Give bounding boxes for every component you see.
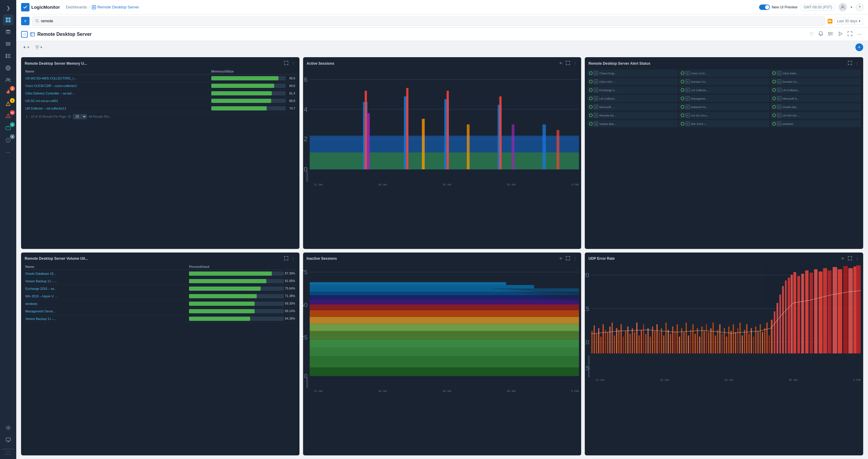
svg-rect-104 — [616, 328, 617, 354]
config-icon[interactable] — [827, 30, 834, 38]
search-input[interactable] — [41, 19, 822, 23]
table-row-link[interactable]: Veeam Backup 11 – ... — [25, 279, 57, 283]
expand-button[interactable]: ◁ — [21, 31, 28, 38]
play-icon[interactable] — [837, 30, 844, 38]
sidebar-layers[interactable] — [3, 27, 13, 37]
alert-item[interactable]: ⊞ LM Collecto... — [587, 95, 678, 102]
svg-point-34 — [829, 34, 830, 35]
alert-item-icon: ⊞ — [777, 80, 781, 84]
volume-expand-btn[interactable] — [283, 255, 289, 262]
alert-item[interactable]: ⊞ Domain Co... — [771, 78, 861, 85]
add-button[interactable]: + — [21, 17, 30, 25]
alert-item[interactable]: ⊞ Oracle Dat... — [771, 103, 861, 111]
alert-item[interactable]: ⊞ LM Collecto... — [771, 86, 861, 94]
table-row-link[interactable]: Cisco CUCM CDR – cucm-collector1 — [25, 84, 77, 88]
svg-rect-152 — [724, 328, 725, 354]
udp-more-btn[interactable]: ⋮ — [855, 256, 860, 262]
alert-item[interactable]: ⊞ Microsoft ... — [587, 103, 678, 111]
alert-item[interactable]: ⊞ Win 2019 –... — [679, 120, 769, 127]
alert-item[interactable]: ⊞ Veeam Bac... — [587, 120, 678, 127]
table-row-link[interactable]: Exchange 2016 – se... — [25, 287, 57, 290]
sidebar-more[interactable]: ⋯ — [3, 147, 13, 158]
alert-item[interactable]: ⊞ Manageme... — [679, 95, 769, 102]
alert-status-title: Remote Desktop Server Alert Status — [588, 61, 847, 66]
filter-options[interactable]: ▾ — [33, 44, 44, 50]
more-icon[interactable]: ⋯ — [856, 30, 863, 38]
svg-rect-195 — [856, 265, 861, 354]
sidebar-settings[interactable] — [3, 423, 13, 433]
fullscreen-icon[interactable] — [846, 30, 854, 38]
sidebar-fire[interactable]: 2 — [3, 87, 13, 97]
alert-item[interactable]: ⊞ Chaos Engi... — [587, 69, 678, 77]
alert-item[interactable]: ⊞ Microsoft S... — [771, 95, 861, 102]
user-avatar[interactable] — [838, 3, 847, 11]
user-chevron[interactable]: ▾ — [850, 5, 852, 9]
udp-expand-btn[interactable] — [847, 255, 852, 262]
table-row-link[interactable]: US-W2:SD-AWS-COLLECTOR1_i-... — [25, 76, 77, 80]
date-range-selector[interactable]: Last 30 days ▾ — [834, 18, 863, 24]
alert-item[interactable]: ⊞ Citrix VDA ... — [587, 78, 678, 85]
memory-more-btn[interactable]: ⋮ — [291, 61, 296, 66]
inactive-sessions-more[interactable]: ⋮ — [572, 256, 578, 262]
svg-rect-93 — [591, 331, 593, 354]
breadcrumb-root[interactable]: Dashboards — [66, 5, 87, 9]
sidebar-layers2[interactable] — [3, 38, 13, 49]
table-row-link[interactable]: Veeam Backup 11 –... — [25, 317, 56, 320]
memory-expand-btn[interactable] — [283, 60, 289, 66]
active-sessions-expand[interactable] — [565, 60, 571, 66]
svg-rect-48 — [367, 113, 370, 169]
memory-widget-body: Name MemoryUtilize US-W2:SD-AWS-COLLECTO… — [21, 68, 300, 249]
alert-item[interactable]: ⊞ Remote De... — [587, 112, 678, 119]
sidebar-chevron[interactable]: ❯ — [3, 2, 13, 13]
inactive-sessions-eye[interactable]: 👁 — [558, 256, 563, 262]
alert-item[interactable]: ⊞ Citrix Deliv... — [771, 69, 861, 77]
sidebar-globe[interactable] — [3, 63, 13, 73]
svg-point-4 — [6, 30, 10, 31]
svg-rect-178 — [785, 280, 787, 354]
inactive-sessions-expand[interactable] — [565, 255, 571, 262]
new-ui-toggle[interactable] — [759, 4, 770, 10]
alert-status-dot — [681, 97, 684, 100]
active-sessions-eye[interactable]: 👁 — [558, 61, 563, 66]
sidebar-alert1[interactable]: 4 — [3, 99, 13, 110]
active-sessions-title: Active Sessions — [307, 61, 559, 66]
svg-rect-72 — [310, 331, 579, 339]
alert-item[interactable]: ⊞ US-W2:SD-... — [771, 112, 861, 119]
alert-item[interactable]: ⊞ LM Collecto... — [679, 86, 769, 94]
star-filter[interactable]: ★ ▾ — [21, 44, 31, 50]
dashboard-title-text: Remote Desktop Server — [37, 32, 92, 37]
volume-more-btn[interactable]: ⋮ — [291, 256, 296, 262]
alert-item[interactable]: ⊞ Domain Co... — [679, 78, 769, 85]
sidebar-alert2[interactable]: 41 — [3, 111, 13, 122]
table-row-link[interactable]: Oracle Database 19... — [25, 272, 56, 275]
sidebar-badge0b[interactable]: 0 — [3, 135, 13, 146]
udp-eye[interactable]: 👁 — [840, 256, 845, 262]
table-row-link[interactable]: US-SC:vm:sd-az-coll01 — [25, 99, 58, 103]
active-sessions-more[interactable]: ⋮ — [572, 61, 578, 66]
alert-item[interactable]: ⊞ Cisco CUC... — [679, 69, 769, 77]
table-row-link[interactable]: Citrix Delivery Controller – se-la3-... — [25, 92, 75, 95]
alert-bell-icon[interactable] — [817, 30, 824, 38]
alert-item[interactable]: ⊞ windows — [771, 120, 861, 127]
alert-item[interactable]: ⊞ US-SC:vm:s... — [679, 112, 769, 119]
favorite-icon[interactable]: ♡ — [808, 30, 815, 38]
svg-rect-110 — [630, 334, 631, 354]
sidebar-apps[interactable] — [3, 14, 13, 25]
table-row-link[interactable]: Win 2019 – Hyper-V ... — [25, 294, 57, 298]
alert-more-btn[interactable]: ⋮ — [855, 61, 860, 66]
alert-item[interactable]: ⊞ Exchange 2... — [587, 86, 678, 94]
sidebar-badge0a[interactable]: 0 — [3, 123, 13, 134]
table-row-link[interactable]: Management Serve... — [25, 309, 55, 313]
table-row-link[interactable]: windows — [25, 302, 37, 306]
volume-widget: Remote Desktop Server Volume Uti... ⋮ Na… — [21, 252, 300, 455]
alert-item[interactable]: ⊞ Network Po... — [679, 103, 769, 111]
sidebar-monitor[interactable] — [3, 435, 13, 446]
udp-error-x-labels: 12. Jan 18. Jan 24. Jan 30. Jan 5. Feb — [587, 378, 861, 381]
add-widget-button[interactable]: + — [855, 43, 863, 51]
sidebar-users[interactable] — [3, 74, 13, 86]
table-row-link[interactable]: LM Collector – sd-collector11 — [25, 106, 66, 110]
alert-expand-btn[interactable] — [847, 60, 852, 66]
help-icon[interactable]: ? — [856, 4, 863, 11]
sidebar-list[interactable] — [3, 51, 13, 61]
memory-per-page-select[interactable]: 2550100 — [73, 114, 87, 119]
